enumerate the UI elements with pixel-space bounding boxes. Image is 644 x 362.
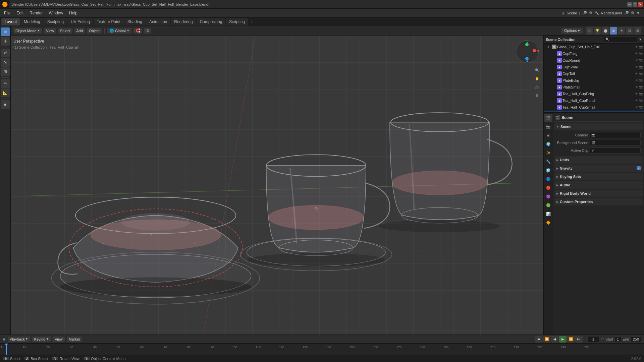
- outliner-item[interactable]: ▲CupRound👁📷: [544, 57, 644, 64]
- move-tool[interactable]: ✛: [1, 37, 10, 46]
- keying-menu[interactable]: Keying ▼: [32, 337, 51, 342]
- rotate-tool[interactable]: ↺: [1, 49, 10, 57]
- units-section-header[interactable]: ▶ Units: [554, 156, 643, 164]
- grid-btn[interactable]: ⊞: [533, 92, 541, 99]
- outliner-item[interactable]: ▲Tea_Half_CupEckg👁📷: [544, 90, 644, 97]
- outliner-item[interactable]: ▼SGlass_Cup_Set_Half_Full👁📷: [544, 44, 644, 50]
- playback-menu[interactable]: Playback ▼: [8, 337, 30, 342]
- tab-scripting[interactable]: Scripting: [226, 18, 248, 25]
- scene-props-btn[interactable]: 🎬: [544, 114, 552, 122]
- object-btn[interactable]: 🧊: [544, 166, 552, 174]
- jump-end-btn[interactable]: ⏭: [575, 336, 583, 343]
- snap-toggle[interactable]: 🧲: [133, 28, 142, 34]
- viewport-3d[interactable]: User Perspective (1) Scene Collection | …: [11, 36, 543, 335]
- end-value[interactable]: 250: [631, 337, 641, 342]
- data-btn[interactable]: 📊: [544, 210, 552, 218]
- mode-selector[interactable]: Object Mode ▼: [13, 28, 42, 34]
- view-menu[interactable]: View: [44, 28, 56, 34]
- viewport-shading-rendered[interactable]: ☀: [618, 27, 625, 35]
- marker-menu[interactable]: Marker: [67, 337, 82, 342]
- tab-layout[interactable]: Layout: [1, 18, 20, 25]
- select-menu[interactable]: Select: [58, 28, 72, 34]
- current-frame-input[interactable]: [587, 336, 599, 342]
- output-props-btn[interactable]: 🖨: [544, 131, 552, 139]
- modifier-btn[interactable]: 🔵: [544, 175, 552, 183]
- annotate-tool[interactable]: ✏: [1, 79, 10, 88]
- tab-texture-paint[interactable]: Texture Paint: [94, 18, 124, 25]
- jump-start-btn[interactable]: ⏮: [535, 336, 542, 343]
- particle-btn[interactable]: 🔴: [544, 184, 552, 192]
- zoom-in-btn[interactable]: 🔍: [533, 66, 541, 74]
- tab-uv-editing[interactable]: UV Editing: [67, 18, 93, 25]
- rigid-body-section-header[interactable]: ▶ Rigid Body World: [554, 190, 643, 197]
- view-timeline-menu[interactable]: View: [53, 337, 65, 342]
- menu-render[interactable]: Render: [27, 10, 45, 16]
- scene-btn[interactable]: ✨: [544, 149, 552, 157]
- add-workspace-button[interactable]: +: [249, 18, 255, 25]
- overlay-btn[interactable]: ⊡: [626, 27, 633, 35]
- tab-rendering[interactable]: Rendering: [171, 18, 196, 25]
- bg-scene-value[interactable]: 🎬: [590, 140, 641, 146]
- outliner-item[interactable]: ▲Tea_Half_CupTall👁📷: [544, 111, 644, 112]
- custom-props-header[interactable]: ▶ Custom Properties: [554, 198, 643, 205]
- close-button[interactable]: ✕: [638, 2, 643, 7]
- outliner-item[interactable]: ▲PlateSmall👁📷: [544, 84, 644, 90]
- view-layer-btn[interactable]: 🌍: [544, 140, 552, 148]
- play-reverse-btn[interactable]: ◀: [551, 336, 558, 343]
- play-btn[interactable]: ▶: [559, 336, 567, 343]
- options-button[interactable]: Options ▾: [561, 28, 583, 34]
- tab-shading[interactable]: Shading: [124, 18, 146, 25]
- viewport-shading-material[interactable]: ◉: [610, 27, 617, 35]
- render-mode-btn[interactable]: 💡: [594, 27, 601, 35]
- world-btn[interactable]: 🔧: [544, 158, 552, 166]
- next-frame-btn[interactable]: ⏩: [567, 336, 575, 343]
- menu-file[interactable]: File: [1, 10, 13, 16]
- cursor-tool[interactable]: ⊕: [1, 27, 10, 36]
- constraints-btn[interactable]: 🟢: [544, 201, 552, 209]
- outliner-item[interactable]: ▲Tea_Half_CupSmall👁📷: [544, 104, 644, 111]
- minimize-button[interactable]: ─: [627, 2, 632, 7]
- transform-tool[interactable]: ⊞: [1, 67, 10, 76]
- xray-btn[interactable]: ⊞: [634, 27, 641, 35]
- render-props-btn[interactable]: 📷: [544, 123, 552, 131]
- timeline-collapse[interactable]: ◉: [3, 337, 6, 341]
- scale-tool[interactable]: ⤡: [1, 58, 10, 67]
- window-controls[interactable]: ─ □ ✕: [627, 2, 644, 7]
- menu-window[interactable]: Window: [46, 10, 66, 16]
- tab-animation[interactable]: Animation: [146, 18, 170, 25]
- gravity-toggle[interactable]: ✓: [637, 166, 641, 170]
- timeline-ruler[interactable]: 1 10 20 30 40 50 60 70 80 90 100 110 120…: [0, 344, 644, 355]
- camera-view-btn[interactable]: 🎥: [586, 27, 593, 35]
- tab-modeling[interactable]: Modeling: [20, 18, 44, 25]
- add-menu[interactable]: Add: [74, 28, 85, 34]
- outliner-filter[interactable]: ▼: [639, 38, 642, 41]
- camera-value[interactable]: 📷: [590, 132, 641, 138]
- physics-btn[interactable]: 🟣: [544, 192, 552, 200]
- keying-section-header[interactable]: ▶ Keying Sets: [554, 173, 643, 180]
- navigation-gizmo[interactable]: X Y Z: [514, 38, 541, 65]
- camera-btn[interactable]: 🎥: [533, 83, 541, 90]
- audio-section-header[interactable]: ▶ Audio: [554, 181, 643, 189]
- start-value[interactable]: 1: [614, 337, 621, 342]
- outliner-item[interactable]: ▲Tea_Half_CupRund👁📷: [544, 97, 644, 104]
- prev-frame-btn[interactable]: ⏪: [543, 336, 550, 343]
- tab-compositing[interactable]: Compositing: [197, 18, 226, 25]
- pan-btn[interactable]: ✋: [533, 75, 541, 82]
- measure-tool[interactable]: 📐: [1, 88, 10, 97]
- object-menu[interactable]: Object: [87, 28, 102, 34]
- outliner-item[interactable]: ▲CupEckg👁📷: [544, 50, 644, 57]
- menu-help[interactable]: Help: [66, 10, 80, 16]
- outliner-search[interactable]: [604, 37, 637, 43]
- outliner-item[interactable]: ▲PlateEckg👁📷: [544, 77, 644, 84]
- maximize-button[interactable]: □: [633, 2, 637, 7]
- scene-section-header[interactable]: ▼ Scene: [554, 123, 643, 130]
- viewport-shading-solid[interactable]: ⬤: [602, 27, 609, 35]
- menu-edit[interactable]: Edit: [14, 10, 26, 16]
- gravity-section-header[interactable]: ▶ Gravity ✓: [554, 165, 643, 172]
- add-cube-tool[interactable]: ■: [1, 100, 10, 109]
- outliner-item[interactable]: ▲CupTall👁📷: [544, 70, 644, 77]
- outliner-item[interactable]: ▲CupSmall👁📷: [544, 64, 644, 70]
- proportional-edit[interactable]: ⊙: [144, 28, 151, 34]
- tab-sculpting[interactable]: Sculpting: [44, 18, 67, 25]
- transform-orientation[interactable]: 🌐 Global ▼: [107, 28, 131, 34]
